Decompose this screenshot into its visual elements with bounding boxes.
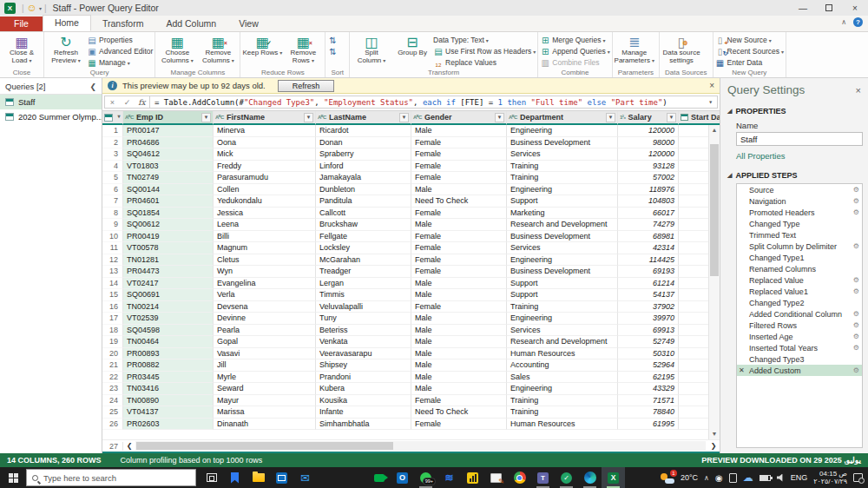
- cell[interactable]: Training: [507, 301, 618, 313]
- cell[interactable]: Vasavi: [214, 348, 316, 360]
- replace-values-button[interactable]: ₁₂Replace Values: [433, 57, 536, 68]
- layers-app-taskbar-icon[interactable]: ≋: [437, 467, 461, 488]
- collapse-properties-icon[interactable]: ◢: [727, 108, 732, 115]
- expand-formula-bar-icon[interactable]: ▾: [703, 98, 713, 106]
- filter-dropdown-icon[interactable]: ▼: [304, 113, 313, 122]
- row-number[interactable]: 4: [102, 161, 123, 173]
- row-number[interactable]: 19: [102, 336, 123, 348]
- cell[interactable]: TN03416: [123, 383, 214, 395]
- cell[interactable]: Support: [507, 195, 618, 208]
- meet-taskbar-icon[interactable]: [367, 467, 391, 488]
- cell[interactable]: Training: [507, 161, 618, 173]
- messages-taskbar-icon[interactable]: 99+: [414, 467, 437, 488]
- column-header-department[interactable]: AᴮCDepartment▼: [507, 111, 618, 125]
- row-number[interactable]: 22: [102, 372, 123, 384]
- cell[interactable]: 74279: [618, 219, 679, 231]
- applied-step[interactable]: Inserted Age⚙: [737, 331, 862, 342]
- row-number[interactable]: 14: [102, 278, 123, 290]
- cell[interactable]: Spraberry: [316, 148, 411, 161]
- cell[interactable]: PR04601: [123, 195, 214, 208]
- applied-step[interactable]: Inserted Total Years⚙: [737, 342, 862, 353]
- remove-columns-button[interactable]: ▦×Remove Columns▾: [198, 33, 238, 69]
- query-name-input[interactable]: [736, 132, 863, 146]
- applied-step[interactable]: Changed Type2: [737, 297, 862, 308]
- cell[interactable]: Magnum: [214, 242, 316, 254]
- action-center-icon[interactable]: [853, 473, 863, 482]
- row-number[interactable]: 23: [102, 383, 123, 395]
- column-header-emp-id[interactable]: AᴮCEmp ID▼: [123, 111, 214, 125]
- manage-parameters-button[interactable]: ≣Manage Parameters▾: [615, 33, 654, 69]
- cell[interactable]: PR00893: [123, 348, 214, 360]
- cell[interactable]: 69913: [618, 325, 679, 337]
- applied-step[interactable]: Source⚙: [737, 184, 862, 195]
- applied-step[interactable]: Trimmed Text: [737, 229, 862, 241]
- row-number[interactable]: 5: [102, 172, 123, 184]
- power-bi-taskbar-icon[interactable]: [461, 467, 484, 488]
- cell[interactable]: Panditula: [316, 195, 411, 208]
- cell[interactable]: Dinanath: [214, 419, 316, 431]
- cell[interactable]: Human Resources: [507, 348, 618, 360]
- step-settings-gear-icon[interactable]: ⚙: [853, 276, 859, 284]
- teams-taskbar-icon[interactable]: T: [531, 467, 555, 488]
- cell[interactable]: PR03445: [123, 372, 214, 384]
- cell[interactable]: Jamakayala: [316, 172, 411, 184]
- cell[interactable]: VT00578: [123, 242, 214, 254]
- cell[interactable]: Sales: [507, 372, 618, 384]
- cell[interactable]: Veeravasarapu: [316, 348, 411, 360]
- ribbon-tab-add-column[interactable]: Add Column: [155, 16, 227, 31]
- help-icon[interactable]: ?: [853, 17, 863, 27]
- cell[interactable]: SQ00691: [123, 289, 214, 301]
- vertical-scrollbar[interactable]: ▲ ▼: [708, 125, 720, 439]
- language-indicator[interactable]: ENG: [791, 473, 808, 482]
- cell[interactable]: Male: [411, 359, 507, 372]
- cell[interactable]: 114425: [618, 254, 679, 267]
- applied-step[interactable]: Filtered Rows⚙: [737, 320, 862, 331]
- cell[interactable]: PR04473: [123, 266, 214, 278]
- cell[interactable]: Kousika: [316, 395, 411, 407]
- cell[interactable]: TN00890: [123, 395, 214, 407]
- all-properties-link[interactable]: All Properties: [736, 151, 861, 161]
- enter-data-button[interactable]: ▦Enter Data: [715, 57, 785, 68]
- cell[interactable]: Parasuramudu: [214, 172, 316, 184]
- cell[interactable]: 68981: [618, 231, 679, 243]
- cell[interactable]: Devinne: [214, 313, 316, 325]
- scroll-down-icon[interactable]: ▼: [712, 429, 718, 439]
- cell[interactable]: 39970: [618, 313, 679, 325]
- cell[interactable]: Engineering: [507, 184, 618, 196]
- cell[interactable]: Mick: [214, 148, 316, 161]
- cell[interactable]: Services: [507, 148, 618, 161]
- cell[interactable]: Support: [507, 289, 618, 301]
- cell[interactable]: Fellgate: [316, 231, 411, 243]
- clock[interactable]: 04:15 ص٢٠٢٥/٠٧/٢٩: [813, 470, 847, 485]
- cell[interactable]: Locksley: [316, 242, 411, 254]
- cell[interactable]: Treadger: [316, 266, 411, 278]
- cell[interactable]: Ricardot: [316, 125, 411, 137]
- step-settings-gear-icon[interactable]: ⚙: [853, 344, 859, 352]
- column-header-lastname[interactable]: AᴮCLastName▼: [316, 111, 411, 125]
- minimize-button[interactable]: —: [790, 0, 816, 16]
- cell[interactable]: Female: [411, 419, 507, 431]
- cell[interactable]: Mayur: [214, 395, 316, 407]
- filter-dropdown-icon[interactable]: ▼: [495, 113, 504, 122]
- feedback-smiley-icon[interactable]: ☺: [27, 2, 37, 14]
- cell[interactable]: 71571: [618, 395, 679, 407]
- row-number[interactable]: 9: [102, 219, 123, 231]
- cell[interactable]: Collen: [214, 184, 316, 196]
- cell[interactable]: Male: [411, 184, 507, 196]
- column-header-firstname[interactable]: AᴮCFirstName▼: [214, 111, 316, 125]
- cell[interactable]: Engineering: [507, 254, 618, 267]
- cell[interactable]: PR02603: [123, 419, 214, 431]
- cell[interactable]: Marissa: [214, 406, 316, 419]
- cell[interactable]: 57002: [618, 172, 679, 184]
- cell[interactable]: Female: [411, 395, 507, 407]
- store-taskbar-icon[interactable]: [270, 467, 293, 488]
- cell[interactable]: Research and Development: [507, 219, 618, 231]
- cell[interactable]: 66017: [618, 208, 679, 220]
- row-number[interactable]: 15: [102, 289, 123, 301]
- refresh-preview-button[interactable]: ↻Refresh Preview▾: [46, 33, 86, 69]
- cell[interactable]: Services: [507, 325, 618, 337]
- recent-sources-button[interactable]: ▯↻Recent Sources▾: [715, 46, 785, 56]
- cell[interactable]: Female: [411, 172, 507, 184]
- cell[interactable]: PR04686: [123, 137, 214, 149]
- cell[interactable]: 93128: [618, 161, 679, 173]
